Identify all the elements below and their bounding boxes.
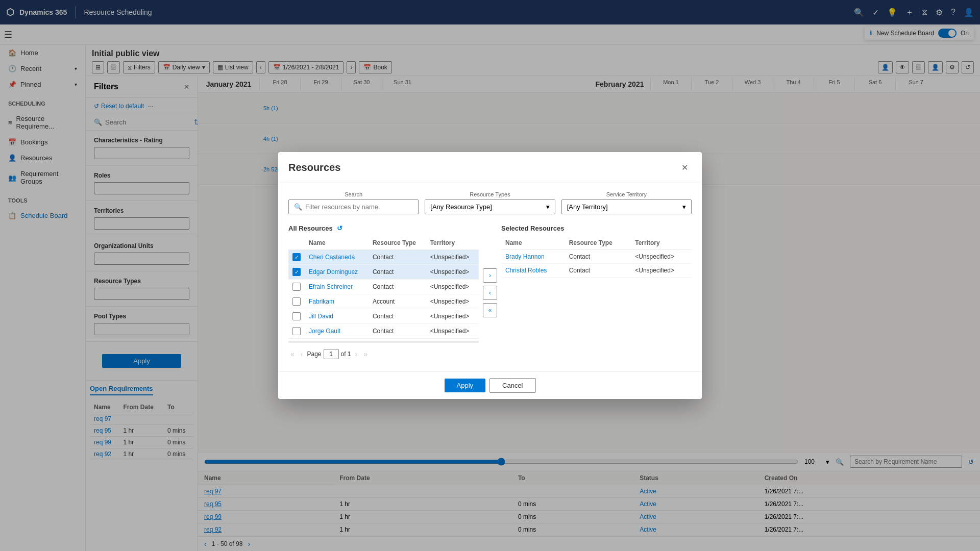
page-next-button[interactable]: ›: [353, 349, 360, 359]
page-last-button[interactable]: »: [361, 349, 370, 359]
resource-types-value: [Any Resource Type]: [430, 203, 492, 211]
page-first-button[interactable]: «: [288, 349, 297, 359]
selected-resources-header: Selected Resources: [501, 222, 692, 236]
resource-jill-link[interactable]: Jill David: [309, 313, 333, 320]
modal-resource-types-select[interactable]: [Any Resource Type] ▾: [425, 199, 555, 214]
all-resources-section: All Resources ↺ Name Resource Type Terri…: [288, 222, 479, 363]
brady-type: Contact: [565, 250, 631, 264]
efrain-type: Contact: [369, 280, 426, 294]
modal-cancel-button[interactable]: Cancel: [489, 378, 535, 393]
selected-resources-table: Name Resource Type Territory Brady Hanno…: [501, 236, 692, 278]
list-item: Christal Robles Contact <Unspecified>: [501, 264, 692, 278]
selected-brady-link[interactable]: Brady Hannon: [505, 253, 545, 260]
brady-territory: <Unspecified>: [631, 250, 692, 264]
modal-search-input[interactable]: [305, 203, 413, 211]
resource-jorge-link[interactable]: Jorge Gault: [309, 328, 340, 335]
page-prev-button[interactable]: ‹: [299, 349, 305, 359]
modal-service-territory-label: Service Territory: [561, 191, 692, 197]
modal-close-button[interactable]: ✕: [677, 160, 692, 174]
modal-service-territory-col: Service Territory [Any Territory] ▾: [561, 191, 692, 214]
resource-efrain-link[interactable]: Efrain Schreiner: [309, 283, 353, 290]
checkbox-jorge[interactable]: [288, 324, 305, 339]
modal-apply-button[interactable]: Apply: [445, 379, 486, 392]
christal-territory: <Unspecified>: [631, 264, 692, 278]
jill-type: Contact: [369, 309, 426, 324]
modal-overlay[interactable]: Resources ✕ Search 🔍 Resource Types: [0, 0, 980, 551]
modal-search-col: Search 🔍: [288, 191, 419, 214]
transfer-buttons: › ‹ «: [479, 222, 501, 363]
col-sel-type: Resource Type: [565, 236, 631, 250]
all-resources-label: All Resources: [288, 224, 333, 232]
cheri-territory: <Unspecified>: [426, 250, 479, 265]
modal-service-territory-select[interactable]: [Any Territory] ▾: [561, 199, 692, 214]
jorge-type: Contact: [369, 324, 426, 339]
selected-resources-label: Selected Resources: [501, 224, 565, 232]
modal-header: Resources ✕: [278, 152, 702, 183]
all-resources-header: All Resources ↺: [288, 222, 479, 236]
checkbox-cheri[interactable]: ✓: [288, 250, 305, 265]
transfer-left-button[interactable]: ‹: [483, 286, 497, 300]
list-item: ✓ Cheri Castaneda Contact <Unspecified>: [288, 250, 479, 265]
col-all-territory: Territory: [426, 236, 479, 250]
modal-resource-types-label: Resource Types: [425, 191, 555, 197]
all-resources-table: Name Resource Type Territory ✓: [288, 236, 479, 339]
page-number-input[interactable]: [324, 349, 339, 359]
col-sel-territory: Territory: [631, 236, 692, 250]
efrain-territory: <Unspecified>: [426, 280, 479, 294]
of-label: of 1: [341, 350, 351, 358]
modal-resource-types-col: Resource Types [Any Resource Type] ▾: [425, 191, 555, 214]
cheri-type: Contact: [369, 250, 426, 265]
territory-value: [Any Territory]: [567, 203, 608, 211]
all-resources-refresh-icon[interactable]: ↺: [337, 224, 342, 232]
list-item: Jill David Contact <Unspecified>: [288, 309, 479, 324]
modal-body: Search 🔍 Resource Types [Any Resource Ty…: [278, 183, 702, 371]
checkbox-edgar[interactable]: ✓: [288, 265, 305, 280]
all-resources-pagination: « ‹ Page of 1 › »: [288, 345, 479, 363]
jorge-territory: <Unspecified>: [426, 324, 479, 339]
territory-chevron-icon: ▾: [682, 203, 686, 211]
fabrikam-territory: <Unspecified>: [426, 294, 479, 309]
checkbox-fabrikam[interactable]: [288, 294, 305, 309]
christal-type: Contact: [565, 264, 631, 278]
edgar-territory: <Unspecified>: [426, 265, 479, 280]
list-item: Efrain Schreiner Contact <Unspecified>: [288, 280, 479, 294]
list-item: Brady Hannon Contact <Unspecified>: [501, 250, 692, 264]
col-sel-name: Name: [501, 236, 565, 250]
resources-tables: All Resources ↺ Name Resource Type Terri…: [288, 222, 692, 363]
list-item: ✓ Edgar Dominguez Contact <Unspecified>: [288, 265, 479, 280]
resource-fabrikam-link[interactable]: Fabrikam: [309, 298, 334, 305]
modal-filter-row: Search 🔍 Resource Types [Any Resource Ty…: [288, 191, 692, 214]
fabrikam-type: Account: [369, 294, 426, 309]
modal-title: Resources: [288, 162, 340, 173]
modal-search-field: 🔍: [288, 199, 419, 214]
modal-search-label: Search: [288, 191, 419, 197]
selected-resources-section: Selected Resources Name Resource Type Te…: [501, 222, 692, 363]
checkbox-jill[interactable]: [288, 309, 305, 324]
modal-footer: Apply Cancel: [278, 371, 702, 399]
resource-cheri-link[interactable]: Cheri Castaneda: [309, 254, 355, 261]
resource-types-chevron-icon: ▾: [546, 203, 550, 211]
checkbox-efrain[interactable]: [288, 280, 305, 294]
resource-edgar-link[interactable]: Edgar Dominguez: [309, 268, 358, 276]
edgar-type: Contact: [369, 265, 426, 280]
selected-christal-link[interactable]: Christal Robles: [505, 267, 547, 274]
col-all-name: Name: [305, 236, 369, 250]
transfer-right-button[interactable]: ›: [483, 268, 497, 283]
col-check: [288, 236, 305, 250]
resources-modal: Resources ✕ Search 🔍 Resource Types: [278, 152, 702, 399]
list-item: Jorge Gault Contact <Unspecified>: [288, 324, 479, 339]
page-label: Page: [307, 350, 321, 358]
modal-search-icon: 🔍: [294, 203, 302, 211]
transfer-all-left-button[interactable]: «: [483, 303, 497, 317]
list-item: Fabrikam Account <Unspecified>: [288, 294, 479, 309]
jill-territory: <Unspecified>: [426, 309, 479, 324]
col-all-type: Resource Type: [369, 236, 426, 250]
